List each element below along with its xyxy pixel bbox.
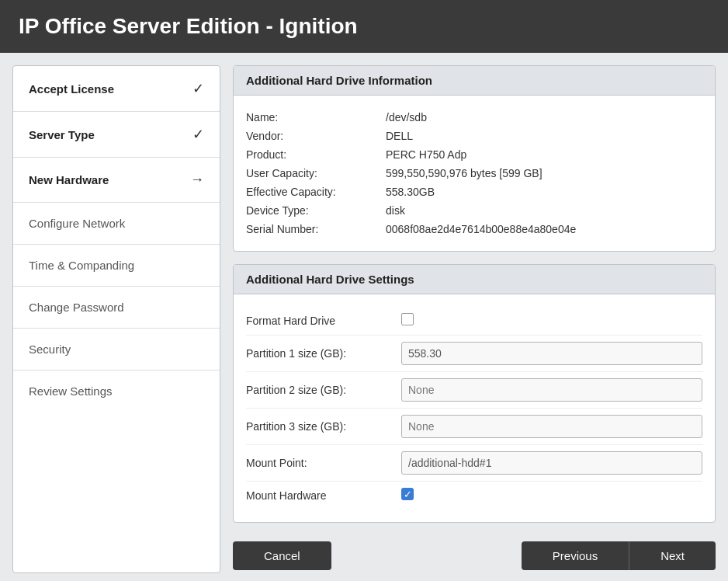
checkbox-format-hard-drive[interactable] <box>401 313 414 325</box>
info-field-value: DELL <box>386 130 413 142</box>
sidebar-item-label-server-type: Server Type <box>29 128 95 141</box>
info-row: User Capacity:599,550,590,976 bytes [599… <box>246 164 702 183</box>
info-field-label: Product: <box>246 148 386 161</box>
sidebar-item-accept-license[interactable]: Accept License✓ <box>13 66 220 112</box>
form-row-partition2: Partition 2 size (GB): <box>246 372 702 409</box>
input-partition1[interactable] <box>401 342 702 365</box>
app-window: IP Office Server Edition - Ignition Acce… <box>0 0 728 581</box>
sidebar-item-label-accept-license: Accept License <box>29 82 114 96</box>
app-body: Accept License✓Server Type✓New Hardware→… <box>0 53 728 581</box>
form-control-format-hard-drive <box>401 313 702 329</box>
info-field-label: Name: <box>246 111 386 124</box>
settings-card-body: Format Hard DrivePartition 1 size (GB):P… <box>234 294 715 522</box>
form-row-partition3: Partition 3 size (GB): <box>246 409 702 445</box>
nav-buttons: Previous Next <box>522 541 716 570</box>
form-label-partition2: Partition 2 size (GB): <box>246 384 401 396</box>
info-field-label: Serial Number: <box>246 223 386 235</box>
info-field-label: User Capacity: <box>246 167 386 179</box>
form-row-mount-point: Mount Point: <box>246 445 702 482</box>
app-title-text: IP Office Server Edition - Ignition <box>19 14 358 38</box>
form-label-mount-hardware: Mount Hardware <box>246 489 401 502</box>
arrow-icon: → <box>190 172 204 188</box>
info-card: Additional Hard Drive Information Name:/… <box>233 65 716 252</box>
input-mount-point[interactable] <box>401 451 702 475</box>
sidebar-item-server-type[interactable]: Server Type✓ <box>13 112 220 158</box>
info-field-value: disk <box>386 204 405 217</box>
form-label-mount-point: Mount Point: <box>246 457 401 469</box>
info-field-value: /dev/sdb <box>386 111 427 124</box>
form-row-partition1: Partition 1 size (GB): <box>246 336 702 372</box>
form-control-mount-hardware <box>401 488 702 503</box>
sidebar-item-label-security: Security <box>29 343 71 356</box>
info-row: Product:PERC H750 Adp <box>246 145 702 164</box>
cancel-button[interactable]: Cancel <box>233 541 331 570</box>
info-field-value: 0068f08ae2d4e7614b00e88e4a80e04e <box>386 223 576 235</box>
sidebar-item-label-configure-network: Configure Network <box>29 217 125 230</box>
sidebar-item-review-settings[interactable]: Review Settings <box>13 371 220 412</box>
info-card-body: Name:/dev/sdbVendor:DELLProduct:PERC H75… <box>234 96 715 251</box>
checkbox-mount-hardware[interactable] <box>401 488 414 500</box>
info-field-label: Device Type: <box>246 204 386 217</box>
sidebar-item-change-password[interactable]: Change Password <box>13 287 220 329</box>
info-field-value: PERC H750 Adp <box>386 148 466 161</box>
app-title: IP Office Server Edition - Ignition <box>0 0 728 53</box>
form-row-format-hard-drive: Format Hard Drive <box>246 307 702 336</box>
form-control-partition3 <box>401 415 702 438</box>
form-label-partition3: Partition 3 size (GB): <box>246 420 401 433</box>
info-table: Name:/dev/sdbVendor:DELLProduct:PERC H75… <box>246 108 702 238</box>
info-row: Vendor:DELL <box>246 127 702 145</box>
form-control-partition2 <box>401 378 702 402</box>
settings-card: Additional Hard Drive Settings Format Ha… <box>233 264 716 523</box>
info-row: Serial Number:0068f08ae2d4e7614b00e88e4a… <box>246 220 702 238</box>
check-icon: ✓ <box>192 80 204 97</box>
sidebar-item-time-companding[interactable]: Time & Companding <box>13 245 220 287</box>
info-field-label: Vendor: <box>246 130 386 142</box>
info-field-value: 558.30GB <box>386 186 435 198</box>
form-control-partition1 <box>401 342 702 365</box>
settings-card-header: Additional Hard Drive Settings <box>234 265 715 294</box>
form-label-partition1: Partition 1 size (GB): <box>246 347 401 360</box>
info-field-value: 599,550,590,976 bytes [599 GB] <box>386 167 543 179</box>
info-row: Name:/dev/sdb <box>246 108 702 127</box>
form-row-mount-hardware: Mount Hardware <box>246 482 702 510</box>
sidebar-item-label-change-password: Change Password <box>29 301 124 314</box>
main-content: Additional Hard Drive Information Name:/… <box>233 65 716 573</box>
sidebar: Accept License✓Server Type✓New Hardware→… <box>12 65 220 573</box>
info-card-title: Additional Hard Drive Information <box>246 74 432 87</box>
form-label-format-hard-drive: Format Hard Drive <box>246 315 401 327</box>
footer: Cancel Previous Next <box>233 535 716 573</box>
sidebar-item-security[interactable]: Security <box>13 329 220 371</box>
sidebar-item-label-new-hardware: New Hardware <box>29 173 109 186</box>
input-partition2[interactable] <box>401 378 702 402</box>
sidebar-item-label-time-companding: Time & Companding <box>29 259 134 272</box>
info-card-header: Additional Hard Drive Information <box>234 66 715 96</box>
sidebar-item-label-review-settings: Review Settings <box>29 384 113 398</box>
settings-card-title: Additional Hard Drive Settings <box>246 273 414 286</box>
info-row: Device Type:disk <box>246 201 702 220</box>
info-row: Effective Capacity:558.30GB <box>246 183 702 201</box>
next-button[interactable]: Next <box>629 541 716 570</box>
info-field-label: Effective Capacity: <box>246 186 386 198</box>
check-icon: ✓ <box>192 126 204 143</box>
form-control-mount-point <box>401 451 702 475</box>
sidebar-item-new-hardware[interactable]: New Hardware→ <box>13 158 220 203</box>
previous-button[interactable]: Previous <box>522 541 629 570</box>
sidebar-item-configure-network[interactable]: Configure Network <box>13 203 220 245</box>
input-partition3[interactable] <box>401 415 702 438</box>
